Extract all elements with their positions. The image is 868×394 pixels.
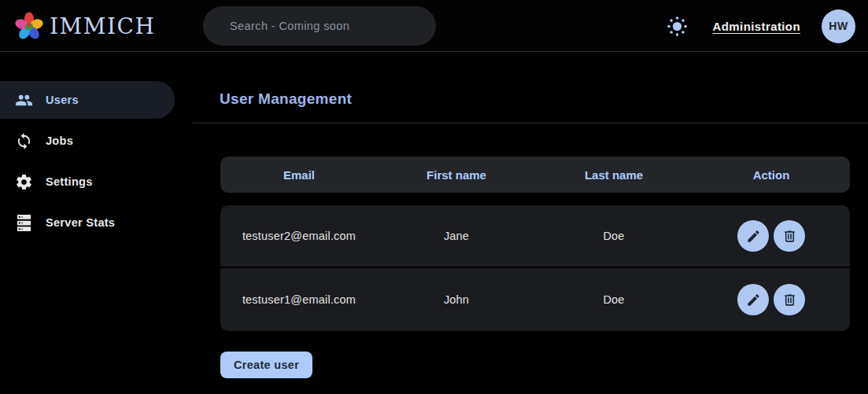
pencil-icon — [746, 293, 761, 307]
theme-toggle-button[interactable] — [666, 14, 689, 38]
search-input[interactable] — [203, 6, 436, 46]
delete-user-button[interactable] — [774, 284, 805, 315]
table-row: testuser2@email.com Jane Doe — [220, 205, 850, 268]
immich-flower-logo-icon — [14, 11, 44, 41]
edit-user-button[interactable] — [737, 220, 769, 252]
sidebar-item-label: Jobs — [46, 134, 73, 147]
table-header-row: Email First name Last name Action — [220, 156, 850, 193]
sidebar-item-label: Users — [46, 94, 79, 106]
row-actions — [693, 220, 850, 252]
pencil-icon — [746, 229, 761, 244]
users-icon — [15, 91, 46, 109]
page-title: User Management — [220, 90, 868, 108]
column-header-email: Email — [220, 168, 378, 182]
column-header-action: Action — [693, 168, 850, 182]
column-header-first-name: First name — [378, 168, 535, 182]
sidebar-item-settings[interactable]: Settings — [0, 163, 175, 201]
administration-link[interactable]: Administration — [713, 20, 800, 33]
user-last-name: Doe — [535, 293, 693, 306]
user-table: Email First name Last name Action testus… — [220, 156, 850, 331]
trash-icon — [782, 293, 797, 307]
immich-logo[interactable]: IMMICH — [14, 0, 155, 52]
sidebar-item-label: Server Stats — [46, 216, 115, 229]
header-right-cluster: Administration HW — [666, 0, 855, 52]
server-icon — [15, 214, 46, 232]
main-content: User Management Email First name Last na… — [193, 52, 868, 393]
user-first-name: John — [378, 293, 535, 306]
user-email: testuser2@email.com — [220, 230, 378, 242]
sync-icon — [15, 132, 46, 150]
column-header-last-name: Last name — [535, 168, 693, 182]
user-first-name: Jane — [378, 230, 535, 242]
sun-icon — [667, 16, 688, 37]
edit-user-button[interactable] — [737, 284, 769, 315]
create-user-button[interactable]: Create user — [220, 352, 312, 378]
trash-icon — [782, 229, 797, 244]
delete-user-button[interactable] — [774, 220, 805, 252]
admin-sidebar: Users Jobs Settings Server Stats — [0, 52, 193, 393]
row-actions — [693, 284, 850, 315]
sidebar-item-server-stats[interactable]: Server Stats — [0, 204, 175, 241]
gear-icon — [15, 173, 46, 191]
brand-name: IMMICH — [50, 13, 155, 39]
top-bar: IMMICH Administration HW — [0, 0, 868, 52]
user-email: testuser1@email.com — [220, 293, 378, 306]
avatar[interactable]: HW — [822, 9, 855, 43]
table-row: testuser1@email.com John Doe — [220, 268, 850, 331]
title-divider — [193, 123, 868, 123]
sidebar-item-jobs[interactable]: Jobs — [0, 122, 175, 160]
sidebar-item-label: Settings — [46, 175, 93, 188]
table-body: testuser2@email.com Jane Doe — [220, 205, 850, 331]
sidebar-item-users[interactable]: Users — [0, 81, 175, 119]
user-last-name: Doe — [535, 230, 693, 242]
